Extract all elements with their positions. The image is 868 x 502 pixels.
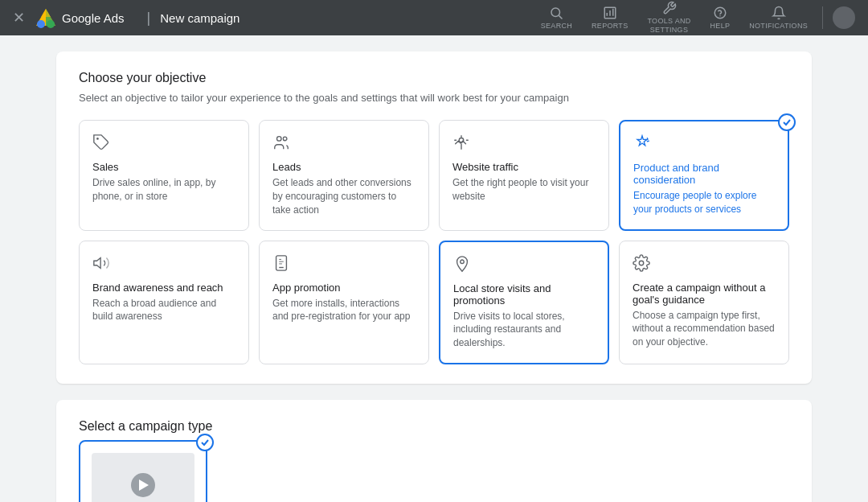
nav-divider bbox=[822, 6, 823, 29]
leads-title: Leads bbox=[272, 161, 416, 173]
product-brand-desc: Encourage people to explore your product… bbox=[633, 189, 775, 216]
brand-awareness-title: Brand awareness and reach bbox=[92, 282, 235, 294]
svg-rect-18 bbox=[276, 255, 287, 270]
speaker-icon bbox=[92, 254, 110, 272]
page-title: New campaign bbox=[160, 11, 240, 25]
objective-subtitle: Select an objective to tailor your exper… bbox=[79, 92, 789, 104]
video-checkmark-icon bbox=[200, 438, 210, 447]
objective-section: Choose your objective Select an objectiv… bbox=[56, 51, 812, 384]
no-goal-title: Create a campaign without a goal's guida… bbox=[633, 282, 776, 306]
campaign-type-card-video[interactable]: Video Reach and engage viewers on YouTub… bbox=[79, 440, 207, 502]
objective-card-brand-awareness[interactable]: Brand awareness and reach Reach a broad … bbox=[79, 241, 249, 364]
objective-card-leads[interactable]: Leads Get leads and other conversions by… bbox=[259, 120, 429, 231]
reports-icon bbox=[603, 6, 617, 20]
selected-check-badge bbox=[778, 113, 796, 131]
product-brand-title: Product and brand consideration bbox=[633, 162, 775, 186]
app-promotion-desc: Get more installs, interactions and pre-… bbox=[272, 297, 416, 324]
help-icon bbox=[713, 6, 727, 20]
nav-reports-label: REPORTS bbox=[592, 22, 628, 30]
svg-point-14 bbox=[277, 137, 282, 142]
phone-icon bbox=[272, 254, 290, 272]
video-thumbnail bbox=[92, 453, 194, 502]
leads-desc: Get leads and other conversions by encou… bbox=[272, 176, 416, 216]
nav-tools[interactable]: TOOLS ANDSETTINGS bbox=[639, 0, 698, 38]
nav-notifications[interactable]: NOTIFICATIONS bbox=[741, 2, 816, 33]
svg-point-12 bbox=[719, 15, 721, 17]
svg-point-5 bbox=[551, 8, 560, 17]
objective-card-no-goal[interactable]: Create a campaign without a goal's guida… bbox=[619, 241, 789, 364]
objective-card-sales[interactable]: Sales Drive sales online, in app, by pho… bbox=[79, 120, 249, 231]
website-traffic-desc: Get the right people to visit your websi… bbox=[452, 176, 596, 204]
svg-point-24 bbox=[639, 261, 644, 265]
svg-point-11 bbox=[714, 7, 726, 19]
checkmark-icon bbox=[782, 117, 792, 127]
video-check-badge bbox=[196, 434, 214, 451]
no-goal-desc: Choose a campaign type first, without a … bbox=[633, 309, 776, 349]
avatar[interactable] bbox=[833, 6, 855, 29]
local-store-desc: Drive visits to local stores, including … bbox=[453, 310, 595, 350]
brand-awareness-desc: Reach a broad audience and build awarene… bbox=[92, 297, 235, 324]
bell-icon bbox=[772, 6, 786, 20]
pin-icon bbox=[453, 255, 471, 273]
sales-desc: Drive sales online, in app, by phone, or… bbox=[92, 176, 235, 204]
search-icon bbox=[549, 6, 563, 20]
svg-marker-17 bbox=[94, 257, 100, 268]
svg-point-15 bbox=[283, 137, 287, 141]
play-triangle bbox=[139, 479, 149, 491]
objective-title: Choose your objective bbox=[79, 71, 789, 85]
gear-icon bbox=[633, 254, 650, 272]
sparkle-icon bbox=[633, 134, 651, 152]
header-divider: | bbox=[147, 10, 151, 27]
header-nav: SEARCH REPORTS TOOLS ANDSETTINGS HE bbox=[533, 0, 855, 38]
svg-marker-4 bbox=[41, 9, 51, 17]
logo-icon bbox=[35, 6, 57, 29]
objective-card-local-store[interactable]: Local store visits and promotions Drive … bbox=[439, 241, 609, 364]
svg-point-23 bbox=[461, 260, 465, 264]
brand-name: Google Ads bbox=[62, 11, 125, 25]
svg-point-13 bbox=[96, 138, 99, 140]
objective-card-website-traffic[interactable]: Website traffic Get the right people to … bbox=[439, 120, 609, 231]
main-content: Choose your objective Select an objectiv… bbox=[0, 35, 868, 502]
nav-help[interactable]: HELP bbox=[702, 2, 739, 33]
cursor-icon bbox=[452, 134, 470, 151]
tools-icon bbox=[662, 1, 677, 15]
svg-point-2 bbox=[47, 20, 55, 28]
play-button-icon bbox=[131, 473, 155, 497]
nav-search[interactable]: SEARCH bbox=[533, 2, 580, 33]
nav-help-label: HELP bbox=[710, 22, 731, 30]
local-store-title: Local store visits and promotions bbox=[453, 282, 595, 307]
svg-line-6 bbox=[559, 15, 563, 19]
objective-card-app-promotion[interactable]: App promotion Get more installs, interac… bbox=[259, 241, 429, 364]
nav-reports[interactable]: REPORTS bbox=[583, 2, 636, 33]
campaign-type-section: Select a campaign type Video Reach and e… bbox=[56, 400, 812, 502]
app-promotion-title: App promotion bbox=[272, 282, 416, 294]
objective-grid: Sales Drive sales online, in app, by pho… bbox=[79, 120, 789, 364]
people-icon bbox=[272, 134, 290, 151]
campaign-type-grid: Video Reach and engage viewers on YouTub… bbox=[79, 440, 789, 502]
objective-card-product-brand[interactable]: Product and brand consideration Encourag… bbox=[619, 120, 789, 231]
sales-title: Sales bbox=[92, 161, 235, 173]
website-traffic-title: Website traffic bbox=[452, 161, 596, 173]
tag-icon bbox=[92, 134, 110, 151]
campaign-type-title: Select a campaign type bbox=[79, 419, 789, 434]
nav-notifications-label: NOTIFICATIONS bbox=[749, 22, 808, 30]
header: ✕ Google Ads | New campaign SEARCH bbox=[0, 0, 868, 35]
close-button[interactable]: ✕ bbox=[13, 9, 25, 27]
nav-search-label: SEARCH bbox=[541, 22, 572, 30]
nav-tools-label: TOOLS ANDSETTINGS bbox=[647, 17, 690, 35]
google-ads-logo: Google Ads bbox=[35, 6, 125, 29]
svg-point-3 bbox=[37, 20, 45, 28]
